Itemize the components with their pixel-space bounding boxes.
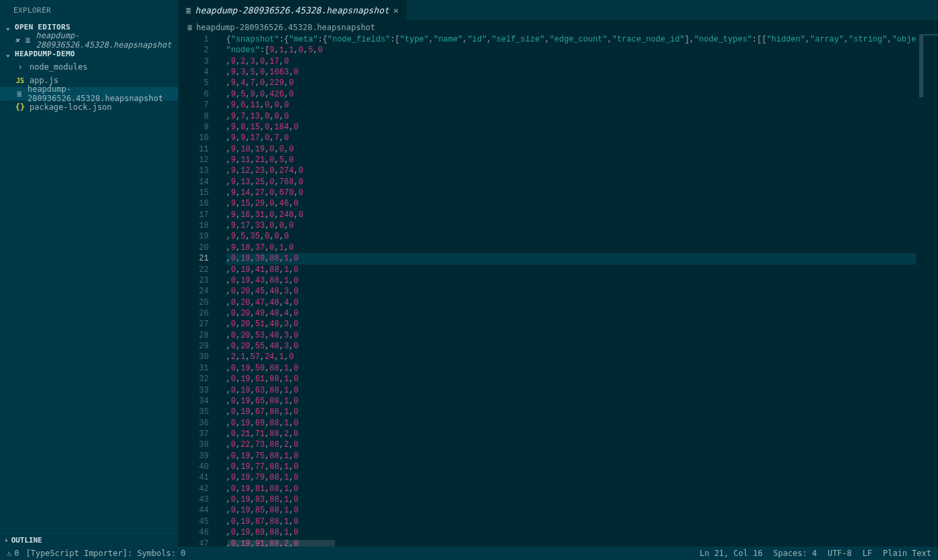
explorer-title: EXPLORER bbox=[0, 0, 178, 20]
tab-label: heapdump-280936526.45328.heapsnapshot bbox=[195, 5, 389, 15]
warnings-status[interactable]: 0 bbox=[7, 549, 19, 558]
workspace-label: HEAPDUMP-DEMO bbox=[15, 50, 75, 58]
file-icon: ≣ bbox=[15, 89, 23, 98]
chevron-right-icon bbox=[4, 536, 9, 545]
ts-importer-status[interactable]: [TypeScript Importer]: Symbols: 0 bbox=[25, 549, 185, 558]
encoding-status[interactable]: UTF-8 bbox=[827, 549, 852, 558]
horizontal-scrollbar[interactable] bbox=[228, 540, 898, 547]
file-icon: ≣ bbox=[188, 23, 192, 32]
status-bar: 0 [TypeScript Importer]: Symbols: 0 Ln 2… bbox=[0, 547, 938, 560]
js-file-icon: JS bbox=[15, 77, 25, 84]
scrollbar-thumb[interactable] bbox=[228, 540, 335, 547]
json-file-icon: {} bbox=[15, 102, 25, 112]
cursor-position-status[interactable]: Ln 21, Col 16 bbox=[699, 549, 762, 558]
file-tree-item-label: package-lock.json bbox=[29, 102, 112, 112]
code-content[interactable]: {"snapshot":{"meta":{"node_fields":["typ… bbox=[218, 34, 917, 560]
file-tree-item[interactable]: ›node_modules bbox=[0, 60, 178, 74]
breadcrumb-label: heapdump-280936526.45328.heapsnapshot bbox=[196, 23, 375, 32]
close-icon[interactable]: × bbox=[15, 36, 19, 45]
explorer-sidebar: EXPLORER ⌄ OPEN EDITORS × ≣ heapdump-280… bbox=[0, 0, 178, 560]
language-mode-status[interactable]: Plain Text bbox=[883, 549, 931, 558]
open-editor-item[interactable]: × ≣ heapdump-280936526.45328.heapsnapsho… bbox=[0, 33, 178, 47]
workspace-section[interactable]: ⌄ HEAPDUMP-DEMO bbox=[0, 47, 178, 60]
file-tree-item[interactable]: ≣heapdump-280936526.45328.heapsnapshot bbox=[0, 87, 178, 100]
file-tree-item-label: app.js bbox=[29, 76, 58, 85]
file-icon: ≣ bbox=[186, 5, 192, 15]
line-number-gutter: 1234567891011121314151617181920212223242… bbox=[178, 34, 218, 560]
eol-status[interactable]: LF bbox=[862, 549, 872, 558]
file-icon: ≣ bbox=[23, 36, 31, 45]
file-tree-item-label: node_modules bbox=[29, 62, 88, 72]
open-editors-label: OPEN EDITORS bbox=[15, 23, 70, 31]
minimap[interactable] bbox=[916, 34, 938, 560]
outline-label: OUTLINE bbox=[11, 536, 42, 545]
editor-area: ≣ heapdump-280936526.45328.heapsnapshot … bbox=[178, 0, 938, 560]
chevron-down-icon: ⌄ bbox=[4, 23, 12, 31]
close-icon[interactable]: × bbox=[393, 5, 399, 15]
breadcrumb[interactable]: ≣ heapdump-280936526.45328.heapsnapshot bbox=[178, 21, 938, 34]
tab-bar: ≣ heapdump-280936526.45328.heapsnapshot … bbox=[178, 0, 938, 21]
chevron-right-icon: › bbox=[15, 62, 25, 72]
chevron-down-icon: ⌄ bbox=[4, 50, 12, 58]
file-tree-item-label: heapdump-280936526.45328.heapsnapshot bbox=[27, 84, 174, 103]
outline-section[interactable]: OUTLINE bbox=[0, 533, 178, 547]
indentation-status[interactable]: Spaces: 4 bbox=[773, 549, 817, 558]
editor-tab[interactable]: ≣ heapdump-280936526.45328.heapsnapshot … bbox=[178, 0, 407, 20]
